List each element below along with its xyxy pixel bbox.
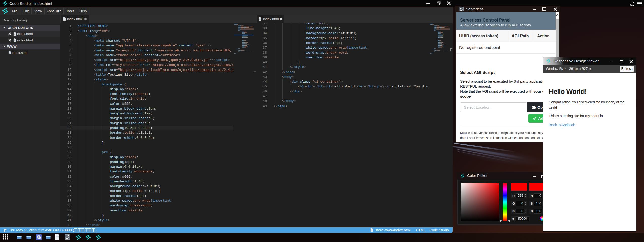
svg-text:◇: ◇ bbox=[371, 230, 372, 231]
svg-text:◇: ◇ bbox=[9, 52, 10, 54]
svg-text:◇: ◇ bbox=[259, 19, 261, 20]
svg-text:◇: ◇ bbox=[14, 40, 15, 41]
svg-text:◇: ◇ bbox=[14, 33, 15, 35]
svg-text:◇: ◇ bbox=[64, 19, 65, 20]
